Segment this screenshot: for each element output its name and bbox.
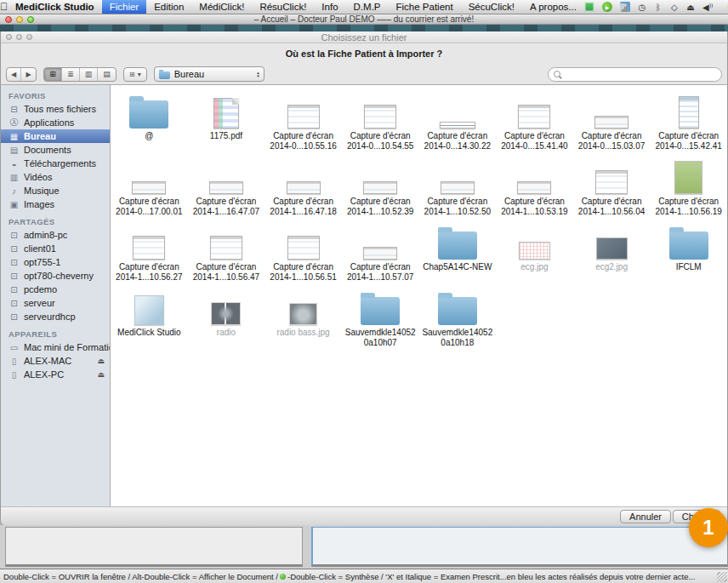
file-name: Capture d'écran 2014-1...10.56.04 xyxy=(578,197,645,216)
menu-item[interactable]: A propos... xyxy=(522,0,584,14)
arrange-button[interactable]: ⊞▾ xyxy=(123,67,147,82)
bluetooth-icon[interactable]: ᛒ xyxy=(654,2,663,12)
airport-icon[interactable]: ◇ xyxy=(670,2,679,12)
coverflow-view-icon[interactable]: ▤ xyxy=(98,68,116,81)
apple-menu-icon[interactable]:  xyxy=(0,1,8,13)
file-name: Capture d'écran 2014-0...10.55.16 xyxy=(270,131,336,151)
sidebar-item[interactable]: ▯ ALEX-MAC ⏏ xyxy=(1,354,110,368)
file-name: 1175.pdf xyxy=(210,131,242,141)
background-window-area xyxy=(0,525,728,569)
sidebar-item[interactable]: ▭ Mac mini de Formation ⏏ xyxy=(1,340,110,354)
display-icon: ⊡ xyxy=(9,244,20,254)
file-item[interactable]: Capture d'écran 2014-1...10.56.19 xyxy=(650,154,727,220)
file-item[interactable]: Capture d'écran 2014-1...10.56.51 xyxy=(264,220,342,285)
sidebar-item-label: ALEX-MAC xyxy=(24,356,71,366)
location-popup[interactable]: Bureau ▴▾ xyxy=(154,66,264,82)
menu-items: MediClick StudioFichierEditionMédiClick!… xyxy=(8,0,584,14)
file-thumbnail xyxy=(132,181,166,194)
sidebar-item[interactable]: ⊡ serveurdhcp xyxy=(1,310,110,323)
sidebar-item-label: client01 xyxy=(24,243,56,254)
menu-item[interactable]: SécuClick! xyxy=(461,0,522,14)
menu-item[interactable]: Info xyxy=(314,0,345,14)
file-item[interactable]: ecg2.jpg xyxy=(573,220,651,285)
menu-item[interactable]: MédiClick! xyxy=(191,0,252,14)
menu-bar:  MediClick StudioFichierEditionMédiClic… xyxy=(0,0,728,14)
file-item[interactable]: Capture d'écran 2014-1...16.47.18 xyxy=(264,154,342,220)
file-name: IFCLM xyxy=(676,262,702,272)
sidebar-item[interactable]: ♪ Musique xyxy=(1,184,110,197)
window-title: – Accueil – Docteur Paul DEMO ––– du cou… xyxy=(0,14,728,24)
file-item[interactable]: Capture d'écran 2014-1...10.52.50 xyxy=(419,154,497,220)
eject-icon[interactable]: ⏏ xyxy=(97,370,105,379)
file-item[interactable]: Capture d'écran 2014-0...10.55.16 xyxy=(264,89,342,154)
file-item[interactable]: radio xyxy=(188,285,265,351)
file-item[interactable]: 1175.pdf xyxy=(188,89,265,154)
sidebar-item[interactable]: ⊟ Tous mes fichiers xyxy=(1,102,110,116)
play-app-icon[interactable]: ▶ xyxy=(602,2,612,12)
menu-item[interactable]: MediClick Studio xyxy=(8,0,102,14)
sidebar-item[interactable]: Ⓐ Applications xyxy=(1,116,110,129)
sidebar-item[interactable]: ▣ Images xyxy=(1,197,110,211)
icon-view-icon[interactable]: ⊞ xyxy=(44,68,62,81)
menu-item[interactable]: Fiche Patient xyxy=(389,0,461,14)
status-bar: Double-Click = OUVRIR la fenêtre / Alt-D… xyxy=(0,569,728,583)
file-item[interactable]: Capture d'écran 2014-1...16.47.07 xyxy=(188,154,265,220)
file-item[interactable]: Capture d'écran 2014-0...15.41.40 xyxy=(496,89,573,154)
file-item[interactable]: Capture d'écran 2014-0...15.03.07 xyxy=(573,89,651,154)
sidebar-item[interactable]: ▥ Vidéos xyxy=(1,170,110,184)
file-item[interactable]: @ xyxy=(111,89,188,154)
sheet-bottom-bar: Annuler Choisir xyxy=(1,506,727,525)
menu-item[interactable]: D.M.P xyxy=(346,0,389,14)
sidebar-item[interactable]: ⊡ serveur xyxy=(1,296,110,310)
file-item[interactable]: Capture d'écran 2014-1...10.53.19 xyxy=(496,154,573,220)
volume-icon[interactable]: ◀⁾⁾ xyxy=(702,2,714,12)
file-item[interactable]: ecg.jpg xyxy=(496,220,573,285)
sidebar-item[interactable]: ◒ Téléchargements xyxy=(1,157,110,170)
sidebar-item-label: serveur xyxy=(24,298,55,308)
file-item[interactable]: Sauvemdkle14052 0a10h18 xyxy=(419,285,497,351)
menu-item[interactable]: Fichier xyxy=(102,0,147,14)
file-item[interactable]: Capture d'écran 2014-0...14.30.22 xyxy=(419,89,497,154)
file-item[interactable]: Capture d'écran 2014-0...17.00.01 xyxy=(111,154,188,220)
sidebar-item[interactable]: ▯ ALEX-PC ⏏ xyxy=(1,368,110,381)
file-item[interactable]: Capture d'écran 2014-0...10.54.55 xyxy=(342,89,419,154)
file-item[interactable]: IFCLM xyxy=(650,220,727,285)
file-item[interactable]: Capture d'écran 2014-0...15.42.41 xyxy=(650,89,727,154)
desktop-icon: ▦ xyxy=(9,132,20,141)
resize-grip[interactable] xyxy=(717,572,727,582)
eject-icon[interactable]: ⏏ xyxy=(686,2,695,12)
sidebar-item[interactable]: ⊡ opt780-cheverny xyxy=(1,269,110,283)
sidebar-item[interactable]: ⊡ opt755-1 xyxy=(1,255,110,269)
column-view-icon[interactable]: ▥ xyxy=(80,68,98,81)
menu-item[interactable]: Edition xyxy=(146,0,191,14)
sidebar-item-label: pcdemo xyxy=(24,284,57,294)
images-icon: ▣ xyxy=(9,200,20,209)
back-icon[interactable]: ◀ xyxy=(7,68,21,81)
sidebar-item[interactable]: ▤ Documents xyxy=(1,143,110,157)
file-item[interactable]: MediClick Studio xyxy=(111,285,188,351)
sidebar-item[interactable]: ⊡ client01 xyxy=(1,242,110,255)
menu-item[interactable]: RésuClick! xyxy=(252,0,314,14)
file-item[interactable]: Capture d'écran 2014-1...10.56.47 xyxy=(188,220,265,285)
list-view-icon[interactable]: ≣ xyxy=(62,68,80,81)
file-item[interactable]: radio bass.jpg xyxy=(264,285,342,351)
file-item[interactable]: Sauvemdkle14052 0a10h07 xyxy=(342,285,419,351)
file-item[interactable]: Capture d'écran 2014-1...10.57.07 xyxy=(342,220,419,285)
location-popup-value: Bureau xyxy=(174,69,204,79)
sidebar-item[interactable]: ⊡ admin8-pc xyxy=(1,228,110,242)
time-machine-icon[interactable]: ◷ xyxy=(638,2,646,12)
file-item[interactable]: Capture d'écran 2014-1...10.56.04 xyxy=(573,154,651,220)
cancel-button[interactable]: Annuler xyxy=(620,510,671,523)
sidebar-item[interactable]: ⊡ pcdemo xyxy=(1,283,110,296)
file-name: Capture d'écran 2014-0...15.41.40 xyxy=(501,131,567,151)
file-item[interactable]: Chap5A14C-NEW xyxy=(419,220,497,285)
otp-app-icon[interactable] xyxy=(584,2,594,12)
file-item[interactable]: Capture d'écran 2014-1...10.56.27 xyxy=(111,220,188,285)
app-switcher-icon[interactable] xyxy=(620,2,630,12)
eject-icon[interactable]: ⏏ xyxy=(97,357,105,365)
search-field[interactable] xyxy=(548,67,722,82)
sidebar-item[interactable]: ▦ Bureau xyxy=(1,129,110,143)
forward-icon[interactable]: ▶ xyxy=(21,68,36,81)
file-item[interactable]: Capture d'écran 2014-1...10.52.39 xyxy=(342,154,419,220)
file-thumbnail xyxy=(210,236,242,260)
